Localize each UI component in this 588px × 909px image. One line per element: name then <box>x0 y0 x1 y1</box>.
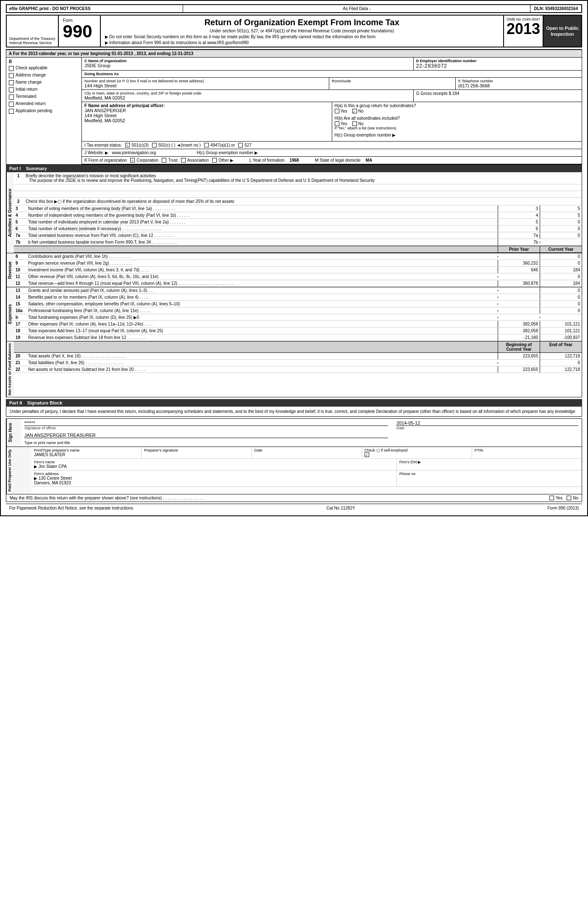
ha-yes-label: Yes <box>341 109 347 113</box>
gross-block: G Gross receipts $ 184 <box>414 90 582 102</box>
preparer-name-value: JAMES SLATER <box>34 452 139 457</box>
preparer-self-employed-checkbox[interactable] <box>365 452 369 457</box>
ha-no-label: No <box>358 109 364 113</box>
line1-spacer2 <box>14 191 582 198</box>
right-section: C Name of organization JSDE Group D Empl… <box>82 58 582 164</box>
activities-section: Activities & Governance 1 Briefly descri… <box>6 172 582 253</box>
c-label: C Name of organization <box>84 59 411 63</box>
hc-item: H(c) Group exemption number ▶ <box>335 133 580 137</box>
col-h-num <box>14 246 26 252</box>
org-name: JSDE Group <box>84 63 411 68</box>
preparer-check-row <box>365 452 469 457</box>
tax-501c3: 501(c)(3) <box>125 143 149 147</box>
check-applicable-label: Check applicable <box>16 66 47 71</box>
line-7a-desc: Total unrelated business revenue from Pa… <box>26 232 498 239</box>
hb-yes-checkbox[interactable] <box>335 121 339 126</box>
org-other-checkbox[interactable] <box>212 158 217 163</box>
discuss-yes-checkbox[interactable] <box>549 496 554 500</box>
hb-no-checkbox[interactable] <box>352 121 357 126</box>
net-asset-line-22: 22 Net assets or fund balances Subtract … <box>14 366 582 373</box>
l-label: L Year of formation <box>249 158 285 163</box>
preparer-check-label: Check ▢ if self-employed <box>365 448 469 452</box>
org-other: Other ▶ <box>212 158 234 163</box>
sign-line2: JAN ANSZPERGER TREASURER <box>24 433 578 438</box>
tax-527-checkbox[interactable] <box>238 143 243 147</box>
m-label: M State of legal domicile <box>315 158 361 163</box>
terminated-item: Terminated <box>9 94 79 100</box>
expense-line-19: 19 Revenue less expenses Subtract line 1… <box>14 334 582 341</box>
line-7b-val <box>540 242 582 243</box>
org-corp-checkbox[interactable] <box>130 158 135 163</box>
tax-527-label: 527 <box>244 143 252 147</box>
line-3-row: 3 Number of voting members of the govern… <box>14 205 582 212</box>
line-5-num-box: 5 <box>498 219 540 225</box>
phone-no-cell: Phone no <box>397 470 582 486</box>
part1-label: Part I <box>9 166 21 171</box>
sign-section: Sign Here ****** Signature of officer 20… <box>6 418 582 447</box>
initial-return-checkbox[interactable] <box>9 87 14 92</box>
amended-return-item: Amended return <box>9 101 79 107</box>
application-pending-label: Application pending <box>16 108 52 113</box>
line-7a-row: 7a Total unrelated business revenue from… <box>14 232 582 239</box>
ptin-cell: PTIN <box>472 447 582 458</box>
form-title: Return of Organization Exempt From Incom… <box>105 17 499 27</box>
org-assoc: Association <box>181 158 209 163</box>
prep-row1: Print/Type preparer's name JAMES SLATER … <box>32 447 582 459</box>
discuss-no-checkbox[interactable] <box>567 496 571 500</box>
city-section: City or town, state or province, country… <box>82 90 582 102</box>
org-trust-label: Trust <box>168 158 177 163</box>
h-questions: H(a) Is this a group return for subordin… <box>332 102 582 141</box>
line-5-val: 0 <box>540 219 582 225</box>
city-value: Medfield, MA 02052 <box>84 95 411 100</box>
tax-501c-other-checkbox[interactable] <box>152 143 157 147</box>
address-value: 144 High Street <box>84 83 326 88</box>
amended-return-checkbox[interactable] <box>9 102 14 107</box>
name-title-value: JAN ANSZPERGER TREASURER <box>24 433 388 438</box>
hb-yes-item: Yes <box>335 121 347 126</box>
address-section: Number and street (or P O box if mail is… <box>82 78 582 90</box>
activities-content: 1 Briefly describe the organization's mi… <box>14 172 582 253</box>
hb-no-item: No <box>352 121 364 126</box>
tax-4947-label: 4947(a)(1) or <box>210 143 235 147</box>
address-block: Number and street (or P O box if mail is… <box>82 78 329 89</box>
name-change-checkbox[interactable] <box>9 80 14 85</box>
ha-label: H(a) Is this a group return for subordin… <box>335 103 580 108</box>
tax-501c3-checkbox[interactable] <box>125 143 130 147</box>
revenue-line-9: 9 Program service revenue (Part VIII, li… <box>14 260 582 267</box>
org-trust-checkbox[interactable] <box>162 158 166 163</box>
check-applicable-checkbox[interactable] <box>9 66 14 71</box>
col-headers: Prior Year Current Year <box>14 246 582 253</box>
net-asset-lines-container: 20 Total assets (Part X, line 16) . . . … <box>14 353 582 373</box>
org-assoc-checkbox[interactable] <box>181 158 186 163</box>
address-change-checkbox[interactable] <box>9 73 14 78</box>
form-number-box: Form 990 <box>59 16 101 47</box>
line-7b-num: 7b <box>14 239 26 245</box>
form-footer: For Paperwork Reduction Act Notice, see … <box>6 504 582 512</box>
hb-yes-no: Yes No <box>335 121 580 126</box>
hb-yes-label: Yes <box>341 121 347 126</box>
line-4-val: 5 <box>540 212 582 218</box>
net-col-h-beg: Beginning of Current Year <box>498 342 540 352</box>
irs-links: ▶ Do not enter Social Security numbers o… <box>105 34 499 45</box>
tax-4947-checkbox[interactable] <box>204 143 209 147</box>
ptin-label: PTIN <box>475 448 579 452</box>
terminated-checkbox[interactable] <box>9 95 14 100</box>
line-6-num: 6 <box>14 226 26 232</box>
name-title-label: Type or print name and title <box>24 441 578 445</box>
ha-no-checkbox[interactable] <box>352 109 357 113</box>
net-asset-line-21: 21 Total liabilities (Part X, line 26) .… <box>14 360 582 366</box>
hb-note: If "No," attach a list (see instructions… <box>335 126 580 130</box>
page: efile GRAPHIC print - DO NOT PROCESS As … <box>0 0 588 516</box>
application-pending-checkbox[interactable] <box>9 109 14 114</box>
address-change-label: Address change <box>16 73 46 78</box>
signature-block: Under penalties of perjury, I declare th… <box>6 407 582 417</box>
net-asset-line-20: 20 Total assets (Part X, line 16) . . . … <box>14 353 582 360</box>
firm-city-value: Danvers, MA 01923 <box>34 481 394 485</box>
line-6-row: 6 Total number of volunteers (estimate i… <box>14 226 582 232</box>
net-col-headers: Beginning of Current Year End of Year <box>14 342 582 353</box>
ha-yes-checkbox[interactable] <box>335 109 339 113</box>
left-checkboxes: B Check applicable Address change Name c… <box>6 58 82 164</box>
phone-no-label: Phone no <box>399 472 579 476</box>
tax-row: I Tax-exempt status: 501(c)(3) 501(c) ( … <box>82 142 582 149</box>
expense-line-17: 17 Other expenses (Part IX, column (A), … <box>14 321 582 328</box>
